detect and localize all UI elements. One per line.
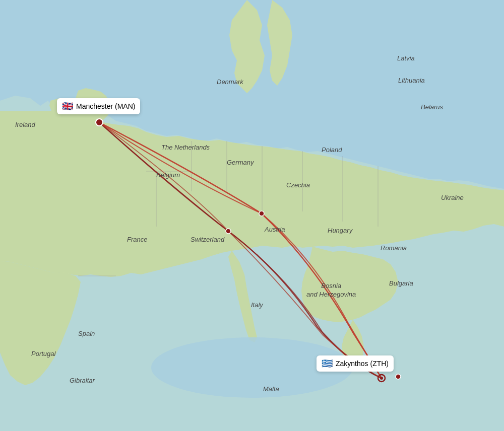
uk-flag-icon: 🇬🇧 [62,101,73,112]
map-container: 🇬🇧 Manchester (MAN) 🇬🇷 Zakynthos (ZTH) I… [0,0,504,431]
svg-point-11 [226,229,231,234]
manchester-label-text: Manchester (MAN) [76,102,135,110]
zakynthos-label-text: Zakynthos (ZTH) [336,360,389,368]
svg-point-13 [96,119,103,126]
svg-point-16 [396,374,401,379]
map-svg [0,0,504,431]
svg-point-12 [259,211,264,216]
manchester-label: 🇬🇧 Manchester (MAN) [57,98,140,114]
svg-point-15 [380,377,383,380]
gr-flag-icon: 🇬🇷 [322,358,333,369]
zakynthos-label: 🇬🇷 Zakynthos (ZTH) [317,355,394,372]
